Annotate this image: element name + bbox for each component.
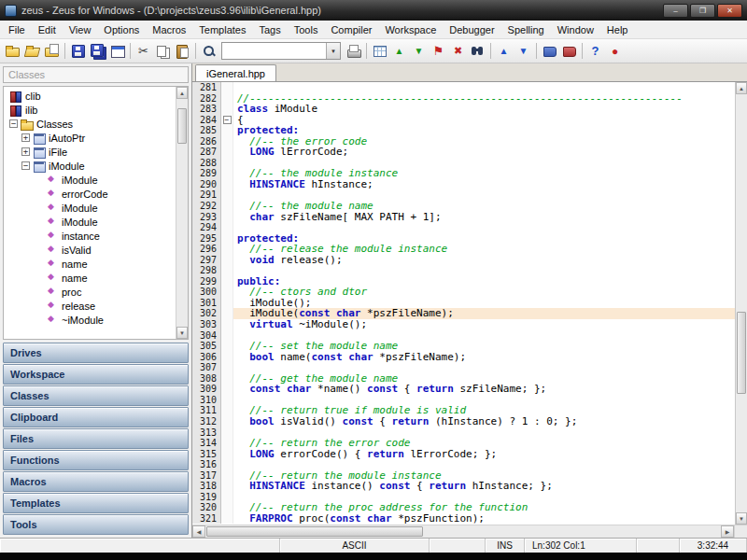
code-text[interactable]: LONG errorCode() { return lErrorCode; }; [233,449,735,460]
tree-scroll-track[interactable] [176,99,188,327]
code-text[interactable]: HINSTANCE instance() const { return hIns… [233,481,735,492]
editor-vscrollbar[interactable] [735,82,747,525]
close-button[interactable]: ✕ [717,4,742,18]
fold-collapse-toggle-icon[interactable]: − [223,116,232,124]
tree-scroll-thumb[interactable] [177,108,187,144]
code-text[interactable]: //-- get the module name [233,373,735,385]
panel-button-clipboard[interactable]: Clipboard [3,407,189,427]
open-file-button[interactable] [22,41,42,62]
toggle-bookmark-button[interactable] [429,41,448,62]
maximize-button[interactable]: ❐ [690,4,715,18]
tree-item-ifile[interactable]: +iFile [4,145,176,159]
copy-button[interactable] [153,41,173,62]
menu-macros[interactable]: Macros [146,21,192,38]
panel-button-workspace[interactable]: Workspace [3,364,189,385]
editor-hscroll-thumb[interactable] [206,526,423,537]
tree-item-imodule[interactable]: −iModule [4,159,176,173]
open-workspace-button[interactable] [540,41,559,62]
menu-tools[interactable]: Tools [288,21,325,38]
menu-help[interactable]: Help [600,21,635,38]
tree-item-proc[interactable]: proc [4,285,176,299]
document-window-button[interactable] [107,41,127,62]
code-text[interactable] [233,395,735,406]
tree-item-imodule[interactable]: iModule [4,173,176,187]
panel-button-templates[interactable]: Templates [3,493,189,513]
editor-vscroll-thumb[interactable] [737,312,746,394]
code-text[interactable]: //-- release the module instance [233,244,735,255]
menu-templates[interactable]: Templates [192,21,252,38]
find-in-files-button[interactable] [468,41,487,62]
panel-button-macros[interactable]: Macros [3,471,189,492]
menu-debugger[interactable]: Debugger [443,21,500,38]
code-text[interactable] [233,265,735,276]
scroll-up-icon[interactable] [176,87,188,99]
minimize-button[interactable]: – [663,4,688,18]
scroll-up-icon[interactable] [736,82,747,94]
menu-options[interactable]: Options [97,21,146,38]
scroll-right-icon[interactable] [721,525,734,538]
tree-item-instance[interactable]: instance [4,229,176,243]
code-text[interactable]: protected: [233,233,735,245]
code-area[interactable]: 281282//--------------------------------… [192,82,735,525]
help-button[interactable] [585,41,605,62]
tree-item-imodule[interactable]: iModule [4,215,176,229]
clear-bookmarks-button[interactable] [448,41,468,62]
tree-item-release[interactable]: release [4,299,176,313]
search-combobox[interactable]: ▼ [221,42,341,60]
find-button[interactable] [199,41,218,62]
code-text[interactable]: { [233,115,735,126]
code-text[interactable]: //-- ctors and dtor [233,287,735,298]
tree-item-classes[interactable]: −Classes [4,117,176,131]
code-text[interactable]: HINSTANCE hInstance; [233,179,735,190]
code-text[interactable]: iModule(const char *pszFileName); [233,308,735,319]
collapse-toggle-icon[interactable]: − [9,119,18,128]
next-function-button[interactable] [514,41,533,62]
tree-item-name[interactable]: name [4,271,176,285]
title-bar[interactable]: zeus - Zeus for Windows - (D:\projects\z… [0,0,747,21]
menu-workspace[interactable]: Workspace [378,21,443,38]
code-text[interactable] [233,459,735,470]
code-text[interactable]: LONG lErrorCode; [233,147,735,158]
code-text[interactable]: //-- the error code [233,136,735,147]
menu-compiler[interactable]: Compiler [324,21,378,38]
code-text[interactable]: virtual ~iModule(); [233,319,735,330]
save-all-button[interactable] [88,41,107,62]
tree-item-ilib[interactable]: ilib [4,103,176,117]
code-text[interactable]: FARPROC proc(const char *pszFunction); [233,513,735,525]
templates-grid-button[interactable] [370,41,389,62]
tree-item-name[interactable]: name [4,257,176,271]
editor-vscroll-track[interactable] [736,94,747,512]
tree-item-imodule[interactable]: ~iModule [4,313,176,327]
scroll-left-icon[interactable] [192,525,205,538]
new-file-button[interactable] [3,41,22,62]
chevron-down-icon[interactable]: ▼ [326,43,340,59]
expand-toggle-icon[interactable]: + [21,133,30,142]
tree-item-imodule[interactable]: iModule [4,201,176,215]
tree-item-isvalid[interactable]: isValid [4,243,176,257]
tab-igeneral-hpp[interactable]: iGeneral.hpp [195,64,276,81]
code-text[interactable]: bool name(const char *pszFileName); [233,352,735,363]
previous-bookmark-button[interactable] [389,41,409,62]
code-text[interactable]: //-- the module instance [233,168,735,179]
macro-record-button[interactable] [605,41,625,62]
collapse-toggle-icon[interactable]: − [21,161,30,170]
paste-button[interactable] [173,41,192,62]
code-text[interactable]: //-- set the module name [233,341,735,352]
code-text[interactable]: //--------------------------------------… [233,93,735,105]
tree-item-iautoptr[interactable]: +iAutoPtr [4,131,176,145]
code-text[interactable]: //-- return true if module is valid [233,405,735,416]
scroll-down-icon[interactable] [176,327,188,339]
tree-scrollbar[interactable] [176,87,188,339]
code-text[interactable]: //-- return the proc address for the fun… [233,502,735,513]
panel-button-tools[interactable]: Tools [3,514,189,535]
open-document-button[interactable] [42,41,62,62]
panel-button-drives[interactable]: Drives [3,343,189,363]
cut-button[interactable] [134,41,153,62]
browser-scope-select[interactable]: Classes [3,66,189,83]
code-text[interactable]: //-- the module name [233,201,735,212]
code-text[interactable]: //-- return the module instance [233,470,735,482]
code-text[interactable]: protected: [233,125,735,136]
code-text[interactable] [233,330,735,342]
code-text[interactable]: class iModule [233,104,735,115]
menu-window[interactable]: Window [551,21,600,38]
